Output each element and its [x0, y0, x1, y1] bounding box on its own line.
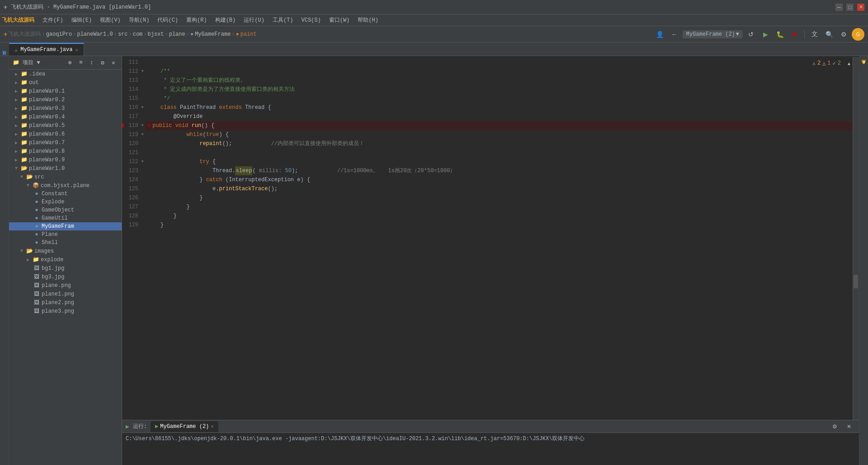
breadcrumb-src[interactable]: src: [118, 31, 128, 38]
tab-mygameframe[interactable]: ☕ MyGameFrame.java ✕: [9, 43, 84, 56]
tree-bg3[interactable]: 🖼 bg3.jpg: [9, 272, 122, 281]
code-line-115: */: [146, 94, 853, 103]
line-num-127: 127: [122, 202, 142, 211]
menu-view[interactable]: 视图(V): [96, 15, 124, 25]
tree-pw01[interactable]: ▶ 📁 planeWar0.1: [9, 87, 122, 95]
breadcrumb-paint[interactable]: ● paint: [236, 31, 257, 38]
tree-explode[interactable]: ● Explode: [9, 198, 122, 206]
tree-item-label: Explode: [42, 199, 64, 205]
tree-shell[interactable]: ● Shell: [9, 239, 122, 247]
run-tab-config[interactable]: ▶ MyGameFrame (2) ✕: [151, 421, 218, 432]
breakpoint-118[interactable]: [122, 123, 124, 128]
menu-window[interactable]: 窗口(W): [326, 15, 354, 25]
fold-arrow-119[interactable]: ▼: [142, 130, 144, 139]
scroll-thumb[interactable]: [854, 275, 858, 288]
sidebar-action-settings[interactable]: ⚙: [98, 58, 107, 67]
tree-src[interactable]: ▼ 📂 src: [9, 173, 122, 181]
menu-navigate[interactable]: 导航(N): [125, 15, 153, 25]
warnings-expand-btn[interactable]: ▲: [843, 57, 855, 70]
tree-plane2[interactable]: 🖼 plane2.png: [9, 298, 122, 307]
minimize-button[interactable]: ─: [835, 4, 843, 11]
run-tab-icon: ▶: [155, 423, 158, 430]
tree-plane[interactable]: ● Plane: [9, 230, 122, 239]
fold-arrow-118[interactable]: ▼: [142, 121, 144, 130]
code-lines[interactable]: /** * 定义了一个重画窗口的线程类。 * 定义成内部类是为了方便直接使用窗口…: [146, 57, 853, 420]
breadcrumb-bjsxt[interactable]: bjsxt: [148, 31, 164, 38]
breadcrumb-mygameframe[interactable]: ● MyGameFrame: [190, 31, 231, 38]
toolbar-search-btn[interactable]: 🔍: [823, 28, 835, 41]
toolbar-user-btn[interactable]: 👤: [654, 28, 666, 41]
error-icon: △: [822, 60, 826, 67]
img-icon: 🖼: [33, 273, 41, 280]
code-line-114: * 定义成内部类是为了方便直接使用窗口类的相关方法: [146, 85, 853, 94]
run-config-selector[interactable]: MyGameFrame (2) ▼: [683, 30, 743, 38]
tree-pw10[interactable]: ▼ 📂 planeWar1.0: [9, 164, 122, 173]
tree-pw03[interactable]: ▶ 📁 planeWar0.3: [9, 104, 122, 113]
toolbar-avatar-btn[interactable]: G: [852, 28, 864, 41]
toolbar-translate-btn[interactable]: 文: [808, 28, 821, 41]
tree-pw08[interactable]: ▶ 📁 planeWar0.8: [9, 147, 122, 155]
right-icon-notifications[interactable]: 🔔: [861, 58, 867, 66]
close-button[interactable]: ✕: [857, 4, 864, 11]
code-line-118: ⊙public void run() {: [146, 121, 853, 130]
tree-plane-png[interactable]: 🖼 plane.png: [9, 281, 122, 290]
tree-plane3[interactable]: 🖼 plane3.png: [9, 307, 122, 315]
menu-vcs[interactable]: VCS(S): [297, 16, 324, 24]
toolbar-debug-btn[interactable]: 🐛: [774, 28, 786, 41]
toolbar-run-btn[interactable]: ▶: [759, 28, 772, 41]
tree-pw05[interactable]: ▶ 📁 planeWar0.5: [9, 121, 122, 130]
java-icon: ●: [33, 199, 41, 205]
run-close-btn[interactable]: ✕: [843, 420, 855, 433]
tree-gameobject[interactable]: ● GameObject: [9, 206, 122, 214]
run-settings-btn[interactable]: ⚙: [828, 420, 841, 433]
tree-images[interactable]: ▼ 📂 images: [9, 247, 122, 255]
tree-arrow: ▶: [13, 157, 20, 163]
fold-arrow-116[interactable]: ▼: [142, 103, 144, 112]
breadcrumb-com[interactable]: com: [133, 31, 143, 38]
run-tab-close[interactable]: ✕: [211, 423, 214, 429]
sidebar-action-sync[interactable]: ⊕: [66, 58, 75, 67]
tree-explode-folder[interactable]: ▶ 📁 explode: [9, 255, 122, 264]
breadcrumb-plane[interactable]: plane: [169, 31, 185, 38]
menu-tools[interactable]: 工具(T): [269, 15, 297, 25]
tree-gameutil[interactable]: ● GameUtil: [9, 214, 122, 222]
line-num-116: ▼ 116: [122, 103, 142, 112]
fold-arrow-122[interactable]: ▼: [142, 157, 144, 166]
menu-file[interactable]: 文件(F): [39, 15, 67, 25]
fold-arrow-112[interactable]: ▼: [142, 67, 144, 76]
tree-pw02[interactable]: ▶ 📁 planeWar0.2: [9, 95, 122, 104]
sidebar-action-close[interactable]: ✕: [109, 58, 118, 67]
tree-mygameframe[interactable]: ● MyGameFram: [9, 222, 122, 230]
breadcrumb-gaoqi[interactable]: gaoqiPro: [46, 31, 72, 38]
maximize-button[interactable]: □: [846, 4, 854, 11]
toolbar-stop-btn[interactable]: ■: [788, 28, 801, 41]
tree-pw04[interactable]: ▶ 📁 planeWar0.4: [9, 113, 122, 121]
tree-pw07[interactable]: ▶ 📁 planeWar0.7: [9, 138, 122, 147]
menu-help[interactable]: 帮助(H): [354, 15, 382, 25]
menu-edit[interactable]: 编辑(E): [68, 15, 96, 25]
sidebar-action-collapse[interactable]: ≡: [76, 58, 85, 67]
menu-code[interactable]: 代码(C): [154, 15, 182, 25]
tree-constant[interactable]: ● Constant: [9, 190, 122, 198]
tree-package[interactable]: ▼ 📦 com.bjsxt.plane: [9, 181, 122, 190]
title-bar: ✈ 飞机大战源码 - MyGameFrame.java [planeWar1.0…: [0, 0, 868, 14]
sidebar-action-sort[interactable]: ↕: [87, 58, 96, 67]
menu-refactor[interactable]: 重构(R): [183, 15, 211, 25]
tree-bg1[interactable]: 🖼 bg1.jpg: [9, 264, 122, 272]
tab-close-icon[interactable]: ✕: [75, 47, 78, 53]
breadcrumb-planewar[interactable]: planeWar1.0: [77, 31, 113, 38]
tree-pw09[interactable]: ▶ 📁 planeWar0.9: [9, 155, 122, 164]
toolbar-refresh-btn[interactable]: ↺: [745, 28, 757, 41]
menu-build[interactable]: 构建(B): [212, 15, 240, 25]
toolbar-back-btn[interactable]: ←: [668, 28, 681, 41]
tree-out[interactable]: ▶ 📁 out: [9, 78, 122, 87]
tree-plane1[interactable]: 🖼 plane1.png: [9, 290, 122, 298]
tree-item-label: out: [29, 80, 39, 86]
menu-run[interactable]: 运行(U): [240, 15, 268, 25]
run-command-text: C:\Users\86155\.jdks\openjdk-20.0.1\bin\…: [126, 436, 585, 442]
tree-pw06[interactable]: ▶ 📁 planeWar0.6: [9, 130, 122, 138]
window-controls: ─ □ ✕: [835, 4, 864, 11]
toolbar-settings-btn[interactable]: ⚙: [837, 28, 850, 41]
tree-idea[interactable]: ▶ 📁 .idea: [9, 70, 122, 78]
right-scrollbar[interactable]: [853, 57, 859, 420]
